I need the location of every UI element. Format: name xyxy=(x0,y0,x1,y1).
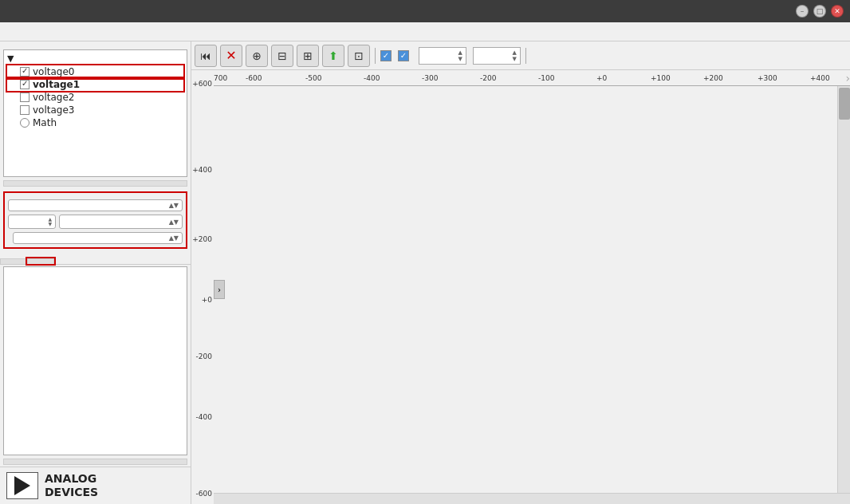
voltage2-checkbox[interactable] xyxy=(20,93,30,102)
tab-devices[interactable] xyxy=(27,258,54,264)
samples-unit-arrow: ▲▼ xyxy=(169,219,179,226)
y-label-0: +0 xyxy=(202,296,212,304)
plot-type-arrow: ▲▼ xyxy=(169,202,179,209)
left-panel: ▼ voltage0 voltage1 voltage2 xyxy=(0,41,191,504)
toolbar-sep1 xyxy=(375,48,376,64)
x-label-minus600: -600 xyxy=(246,74,262,82)
channel-voltage0[interactable]: voltage0 xyxy=(7,65,183,78)
samples-spinners: ▲ ▼ xyxy=(48,217,52,226)
channel-voltage2[interactable]: voltage2 xyxy=(7,91,183,104)
channel-voltage3[interactable]: voltage3 xyxy=(7,104,183,116)
y-max-input[interactable]: ▲ ▼ xyxy=(419,47,466,65)
titlebar: – □ ✕ xyxy=(0,0,850,22)
right-panel: ⏮ ✕ ⊕ ⊟ ⊞ ⬆ ⊡ ✓ ✓ ▲ ▼ xyxy=(191,41,850,504)
device-label: ▼ xyxy=(7,52,183,65)
graph-type-arrow: ▲▼ xyxy=(169,234,179,242)
capture-button[interactable]: ⊕ xyxy=(246,45,268,67)
plot-type-row: ▲▼ xyxy=(8,199,183,211)
voltage3-label: voltage3 xyxy=(33,104,74,116)
graph-type-row: ▲▼ xyxy=(8,232,183,244)
main-layout: ▼ voltage0 voltage1 voltage2 xyxy=(0,41,850,504)
y-min-up[interactable]: ▲ xyxy=(513,49,517,56)
tab-markers[interactable] xyxy=(0,258,27,264)
y-min-group: ▲ ▼ xyxy=(470,47,521,65)
x-label-plus100: +100 xyxy=(651,74,671,82)
setting1-button[interactable]: ⊞ xyxy=(297,45,319,67)
channels-scrollbar[interactable] xyxy=(3,180,187,187)
info-scrollbar[interactable] xyxy=(3,459,187,465)
menu-file[interactable] xyxy=(3,30,16,33)
scope-scrollbar-v[interactable] xyxy=(837,86,850,493)
export-button[interactable]: ⬆ xyxy=(322,45,344,67)
x-label-minus300: -300 xyxy=(422,74,438,82)
x-label-plus400: +400 xyxy=(810,74,830,82)
graph-type-select[interactable]: ▲▼ xyxy=(13,232,183,244)
plot-type-section: ▲▼ ▲ ▼ ▲▼ xyxy=(3,191,187,249)
x-label-plus300: +300 xyxy=(758,74,777,82)
minimize-button[interactable]: – xyxy=(796,5,809,18)
logo-box xyxy=(6,472,38,499)
x-label-700: 700 xyxy=(214,74,227,82)
voltage0-checkbox[interactable] xyxy=(20,67,30,77)
scope-scrollbar-h[interactable] xyxy=(214,493,850,504)
toolbar-sep2 xyxy=(525,48,526,64)
x-label-0: +0 xyxy=(596,74,607,82)
single-button[interactable]: ⊟ xyxy=(271,45,293,67)
y-label-400: +400 xyxy=(192,166,212,174)
x-label-minus200: -200 xyxy=(480,74,496,82)
voltage3-checkbox[interactable] xyxy=(20,105,30,115)
toolbar: ⏮ ✕ ⊕ ⊟ ⊞ ⬆ ⊡ ✓ ✓ ▲ ▼ xyxy=(191,41,850,70)
info-content xyxy=(3,266,187,455)
voltage1-checkbox[interactable] xyxy=(20,80,30,89)
y-label-minus400: -400 xyxy=(196,413,212,421)
rewind-button[interactable]: ⏮ xyxy=(195,45,217,67)
logo-area: ANALOGDEVICES xyxy=(0,467,191,504)
y-min-input[interactable]: ▲ ▼ xyxy=(473,47,521,65)
channels-area: ▼ voltage0 voltage1 voltage2 xyxy=(3,49,187,177)
stop-button[interactable]: ✕ xyxy=(220,45,242,67)
logo-text: ANALOGDEVICES xyxy=(45,472,98,499)
info-header xyxy=(0,252,191,258)
canvas-row: › xyxy=(214,86,850,493)
voltage1-label: voltage1 xyxy=(33,79,80,90)
voltage2-label: voltage2 xyxy=(33,92,74,103)
scope-canvas xyxy=(214,86,453,206)
voltage0-label: voltage0 xyxy=(33,66,74,77)
samples-value-input[interactable]: ▲ ▼ xyxy=(8,215,56,229)
maximize-button[interactable]: □ xyxy=(813,5,826,18)
scrollbar-v-thumb[interactable] xyxy=(839,88,850,120)
channel-device: ▼ voltage0 voltage1 voltage2 xyxy=(4,50,187,131)
samples-down[interactable]: ▼ xyxy=(48,222,52,226)
info-tabs xyxy=(0,258,191,265)
show-grid-group: ✓ xyxy=(398,50,412,61)
channel-voltage1[interactable]: voltage1 xyxy=(7,78,183,91)
y-min-down[interactable]: ▼ xyxy=(513,56,517,62)
menu-edit[interactable] xyxy=(16,30,29,33)
device-expand-icon[interactable]: ▼ xyxy=(7,53,14,64)
plot-type-select[interactable]: ▲▼ xyxy=(8,199,183,211)
x-ruler-right-arrow: › xyxy=(845,72,850,85)
autoscale-checkbox[interactable]: ✓ xyxy=(380,50,392,61)
setting2-button[interactable]: ⊡ xyxy=(348,45,370,67)
math-radio[interactable] xyxy=(20,118,30,128)
math-label: Math xyxy=(33,117,57,128)
y-label-600: +600 xyxy=(192,80,212,88)
show-grid-checkbox[interactable]: ✓ xyxy=(398,50,409,61)
scope-expand-arrow[interactable]: › xyxy=(214,280,225,299)
x-ruler: 700 -600 -500 -400 -300 -200 -100 +0 +10… xyxy=(214,70,850,86)
close-button[interactable]: ✕ xyxy=(831,5,844,18)
channel-math[interactable]: Math xyxy=(7,116,183,129)
menu-view[interactable] xyxy=(29,30,41,33)
window-controls: – □ ✕ xyxy=(796,5,844,18)
logo-triangle xyxy=(14,476,30,495)
ruler-area: 700 -600 -500 -400 -300 -200 -100 +0 +10… xyxy=(214,70,850,504)
y-max-down[interactable]: ▼ xyxy=(458,56,462,62)
scope-area: +600 +400 +200 +0 -200 -400 -600 700 -60… xyxy=(191,70,850,504)
samples-unit-select[interactable]: ▲▼ xyxy=(59,215,183,229)
y-max-group: ▲ ▼ xyxy=(415,47,466,65)
y-label-minus200: -200 xyxy=(196,352,212,360)
y-label-200: +200 xyxy=(192,235,212,243)
y-max-up[interactable]: ▲ xyxy=(458,49,462,56)
samples-row: ▲ ▼ ▲▼ xyxy=(8,215,183,229)
autoscale-group: ✓ xyxy=(380,50,395,61)
